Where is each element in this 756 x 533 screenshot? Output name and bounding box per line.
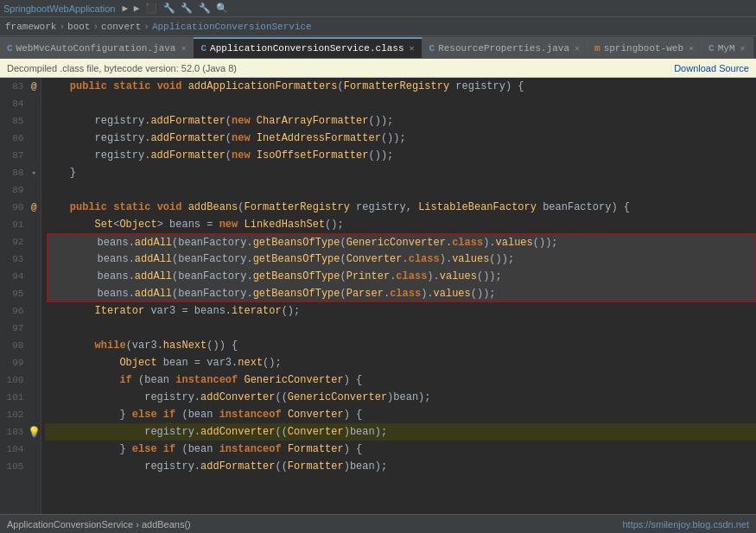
code-line-83: public static void addApplicationFormatt…	[45, 78, 756, 95]
code-line-86: registry.addFormatter(new InetAddressFor…	[45, 130, 756, 147]
code-line-103: registry.addConverter((Converter)bean);	[45, 423, 756, 441]
breadcrumb-class[interactable]: ApplicationConversionService	[152, 22, 312, 32]
gutter-row-104: 104	[0, 441, 41, 458]
code-content: public static void addApplicationFormatt…	[41, 78, 756, 514]
code-line-102: } else if (bean instanceof Converter) {	[45, 406, 756, 423]
tab-icon-m: m	[594, 43, 600, 54]
breadcrumb: framework › boot › convert › Application…	[0, 17, 756, 36]
code-line-89	[45, 181, 756, 199]
code-line-99: Object bean = var3.next();	[45, 354, 756, 371]
status-bar-class: ApplicationConversionService › addBeans(…	[7, 519, 191, 530]
gutter-row-102: 102	[0, 406, 41, 423]
gutter-row-96: 96	[0, 302, 41, 320]
status-bar: ApplicationConversionService › addBeans(…	[0, 514, 756, 533]
code-line-95: beans.addAll(beanFactory.getBeansOfType(…	[47, 285, 756, 302]
code-line-88: }	[45, 164, 756, 181]
code-line-100: if (bean instanceof GenericConverter) {	[45, 371, 756, 389]
code-line-93: beans.addAll(beanFactory.getBeansOfType(…	[47, 251, 756, 268]
gutter-row-100: 100	[0, 371, 41, 389]
code-line-104: } else if (bean instanceof Formatter) {	[45, 441, 756, 458]
info-bar-text: Decompiled .class file, bytecode version…	[7, 63, 237, 73]
gutter-row-99: 99	[0, 354, 41, 371]
fold-icon-88[interactable]: ▾	[31, 168, 35, 178]
tab-resourceprops[interactable]: C ResourceProperties.java ✕	[422, 37, 588, 58]
gutter-row-92: 92	[0, 233, 41, 251]
gutter-row-90: 90 @	[0, 199, 41, 216]
bulb-icon-103[interactable]: 💡	[28, 426, 41, 439]
tab-webmvc[interactable]: C WebMvcAutoConfiguration.java ✕	[0, 37, 194, 58]
code-area: 83 @ 84 85 86 87 88 ▾ 89 90 @	[0, 78, 756, 514]
download-source-link[interactable]: Download Source	[674, 63, 749, 73]
marker-icon-90: @	[31, 202, 37, 213]
tab-icon-c2: C	[200, 43, 206, 54]
tab-mym[interactable]: C MyM ✕	[702, 37, 753, 58]
breadcrumb-framework[interactable]: framework	[5, 22, 56, 32]
tab-icon-c3: C	[429, 43, 435, 54]
tab-close-mym[interactable]: ✕	[740, 43, 746, 54]
gutter-row-91: 91	[0, 216, 41, 233]
code-line-90: public static void addBeans(FormatterReg…	[45, 199, 756, 216]
gutter-row-95: 95	[0, 285, 41, 302]
breadcrumb-boot[interactable]: boot	[67, 22, 90, 32]
gutter-row-93: 93	[0, 251, 41, 268]
code-line-85: registry.addFormatter(new CharArrayForma…	[45, 112, 756, 130]
gutter-row-85: 85	[0, 112, 41, 130]
gutter-row-86: 86	[0, 130, 41, 147]
top-toolbar: SpringbootWebApplication ▶ ▶ ⬛ 🔧 🔧 🔧 🔍	[0, 0, 756, 17]
gutter-row-101: 101	[0, 389, 41, 406]
code-line-94: beans.addAll(beanFactory.getBeansOfType(…	[47, 268, 756, 285]
tab-springboot-web[interactable]: m springboot-web ✕	[588, 37, 702, 58]
gutter-row-98: 98	[0, 337, 41, 354]
file-tabs: C WebMvcAutoConfiguration.java ✕ C Appli…	[0, 36, 756, 59]
tab-close-appconv[interactable]: ✕	[410, 43, 415, 54]
tab-close-res[interactable]: ✕	[575, 43, 580, 54]
code-line-97	[45, 320, 756, 337]
app-title: SpringbootWebApplication	[3, 3, 115, 14]
code-line-105: registry.addFormatter((Formatter)bean);	[45, 458, 756, 475]
gutter-row-84: 84	[0, 95, 41, 112]
gutter-row-89: 89	[0, 181, 41, 199]
gutter-row-103: 103 💡	[0, 423, 41, 441]
status-bar-url: https://smilenjoy.blog.csdn.net	[622, 519, 749, 530]
gutter-row-83: 83 @	[0, 78, 41, 95]
code-line-91: Set<Object> beans = new LinkedHashSet();	[45, 216, 756, 233]
gutter-row-97: 97	[0, 320, 41, 337]
code-line-92: beans.addAll(beanFactory.getBeansOfType(…	[47, 233, 756, 251]
tab-icon-c4: C	[708, 43, 715, 54]
tab-icon-c: C	[7, 43, 13, 54]
marker-icon-83: @	[31, 81, 37, 92]
tab-close-webmvc[interactable]: ✕	[181, 43, 186, 54]
code-line-96: Iterator var3 = beans.iterator();	[45, 302, 756, 320]
tab-applicationconversion[interactable]: C ApplicationConversionService.class ✕	[194, 37, 422, 58]
code-line-98: while(var3.hasNext()) {	[45, 337, 756, 354]
line-number-gutter: 83 @ 84 85 86 87 88 ▾ 89 90 @	[0, 78, 41, 514]
gutter-row-87: 87	[0, 147, 41, 164]
breadcrumb-convert[interactable]: convert	[101, 22, 141, 32]
gutter-row-105: 105	[0, 458, 41, 475]
code-line-84	[45, 95, 756, 112]
info-bar: Decompiled .class file, bytecode version…	[0, 59, 756, 78]
code-line-87: registry.addFormatter(new IsoOffsetForma…	[45, 147, 756, 164]
tab-close-sb[interactable]: ✕	[689, 43, 694, 54]
code-line-101: registry.addConverter((GenericConverter)…	[45, 389, 756, 406]
gutter-row-88: 88 ▾	[0, 164, 41, 181]
gutter-row-94: 94	[0, 268, 41, 285]
